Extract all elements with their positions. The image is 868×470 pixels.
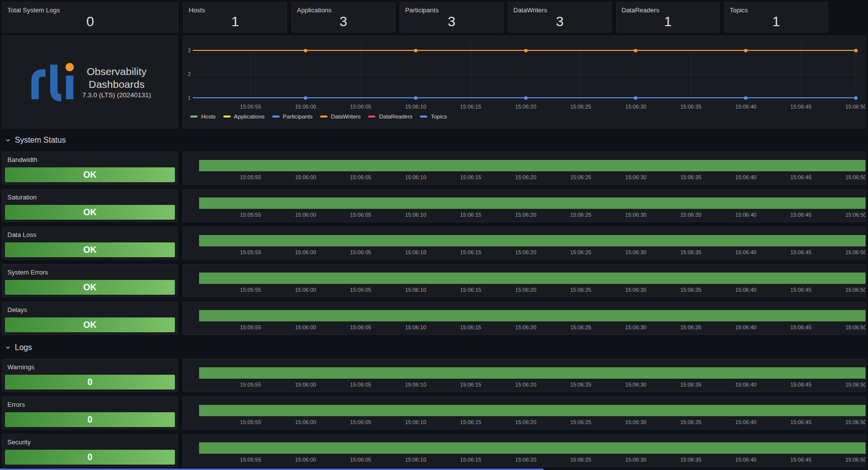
time-tick: 15:06:20 [515, 287, 537, 293]
time-tick: 15:06:05 [350, 324, 372, 330]
time-tick: 15:06:50 [845, 212, 866, 218]
time-tick: 15:06:40 [735, 382, 756, 388]
time-tick: 15:06:45 [790, 174, 812, 180]
time-tick: 15:06:20 [515, 249, 537, 255]
section-header-system-status[interactable]: System Status [5, 135, 866, 145]
status-panel-bandwidth: BandwidthOK [2, 152, 178, 185]
time-tick: 15:06:40 [735, 249, 756, 255]
timeline-panel-errors: 15:05:5515:06:0015:06:0515:06:1015:06:15… [183, 396, 866, 430]
legend-item-participants[interactable]: Participants [272, 114, 313, 119]
time-tick: 15:06:20 [515, 212, 537, 218]
chevron-down-icon [5, 137, 11, 143]
chart-legend: HostsApplicationsParticipantsDataWriters… [190, 114, 447, 119]
stats-row: Total System Logs0Hosts1Applications3Par… [2, 2, 866, 33]
time-tick: 15:06:15 [460, 174, 481, 180]
time-tick: 15:06:25 [570, 419, 591, 425]
branding-text: Observability Dashboards 7.3.0 (LTS) (20… [82, 65, 151, 98]
legend-item-hosts[interactable]: Hosts [190, 114, 215, 119]
time-tick: 15:06:35 [680, 249, 702, 255]
time-tick: 15:05:55 [240, 249, 261, 255]
time-tick: 15:06:10 [405, 457, 426, 463]
row-bandwidth: BandwidthOK15:05:5515:06:0015:06:0515:06… [2, 152, 866, 185]
x-axis-label: 15:06:00 [295, 104, 316, 110]
time-tick: 15:06:45 [790, 249, 812, 255]
time-tick: 15:06:50 [845, 174, 866, 180]
time-tick: 15:06:25 [570, 174, 591, 180]
stat-value: 3 [292, 14, 395, 32]
legend-item-datareaders[interactable]: DataReaders [368, 114, 413, 119]
series-point-datawriters [524, 49, 528, 52]
time-tick: 15:06:35 [680, 324, 702, 330]
legend-item-topics[interactable]: Topics [420, 114, 447, 119]
stat-value: 1 [617, 14, 719, 32]
row-delays: DelaysOK15:05:5515:06:0015:06:0515:06:10… [2, 302, 866, 335]
stat-title[interactable]: Hosts [184, 2, 287, 14]
status-title[interactable]: Data Loss [2, 227, 177, 239]
row-warnings: Warnings015:05:5515:06:0015:06:0515:06:1… [2, 359, 866, 392]
status-value-bar: OK [5, 280, 175, 295]
time-tick: 15:05:55 [240, 457, 261, 463]
time-tick: 15:06:05 [350, 419, 372, 425]
x-axis-label: 15:06:25 [570, 104, 591, 110]
stat-value: 3 [400, 14, 503, 32]
row-security: Security015:05:5515:06:0015:06:0515:06:1… [2, 434, 866, 467]
status-title[interactable]: Errors [2, 397, 177, 409]
time-tick: 15:06:50 [845, 382, 866, 388]
time-tick: 15:06:20 [515, 419, 537, 425]
status-title[interactable]: Security [2, 434, 177, 446]
time-tick: 15:06:45 [790, 382, 812, 388]
time-tick: 15:06:00 [295, 324, 316, 330]
stat-title[interactable]: DataReaders [617, 2, 719, 14]
time-tick: 15:06:15 [460, 457, 481, 463]
status-title[interactable]: Saturation [2, 190, 177, 201]
time-tick: 15:06:00 [295, 287, 316, 293]
section-header-logs[interactable]: Logs [5, 343, 866, 352]
time-tick: 15:06:30 [625, 419, 647, 425]
status-value-bar: OK [5, 242, 175, 257]
branding-title-line1: Observability [82, 65, 151, 78]
time-tick: 15:06:10 [405, 382, 426, 388]
legend-item-datawriters[interactable]: DataWriters [320, 114, 361, 119]
timeline-state-bar [199, 235, 866, 246]
time-tick: 15:06:30 [625, 457, 647, 463]
time-tick: 15:06:20 [515, 382, 537, 388]
time-tick: 15:06:30 [625, 174, 647, 180]
stat-panel-participants: Participants3 [400, 2, 503, 33]
series-point-datawriters [414, 49, 417, 52]
time-tick: 15:06:50 [845, 324, 866, 330]
x-gridline [801, 43, 801, 103]
status-value-bar: 0 [5, 375, 175, 390]
stat-title[interactable]: Topics [725, 2, 827, 14]
stat-title[interactable]: Applications [292, 2, 395, 14]
branding-version: 7.3.0 (LTS) (20240131) [82, 91, 151, 99]
stat-panel-datareaders: DataReaders1 [616, 2, 720, 33]
stat-title[interactable]: Total System Logs [2, 2, 178, 14]
legend-item-applications[interactable]: Applications [223, 114, 265, 119]
stat-panel-datawriters: DataWriters3 [508, 2, 612, 33]
status-panel-warnings: Warnings0 [2, 359, 178, 392]
time-tick: 15:06:20 [515, 324, 537, 330]
time-tick: 15:06:40 [735, 212, 756, 218]
status-title[interactable]: System Errors [2, 265, 177, 276]
time-tick: 15:06:30 [625, 324, 647, 330]
y-axis-label: 3 [183, 47, 191, 53]
status-title[interactable]: Bandwidth [2, 152, 177, 164]
legend-label: DataReaders [379, 114, 413, 119]
status-title[interactable]: Warnings [2, 359, 177, 371]
timeline-state-bar [199, 197, 866, 209]
status-title[interactable]: Delays [2, 302, 177, 314]
time-tick: 15:06:35 [680, 419, 702, 425]
x-gridline [691, 43, 691, 103]
status-value-bar: OK [5, 205, 175, 220]
timeline-panel-saturation: 15:05:5515:06:0015:06:0515:06:1015:06:15… [183, 189, 866, 222]
time-tick: 15:06:10 [405, 324, 426, 330]
stat-title[interactable]: Participants [400, 2, 503, 14]
time-tick: 15:06:10 [405, 212, 426, 218]
time-tick: 15:06:05 [350, 457, 372, 463]
time-tick: 15:06:15 [460, 212, 481, 218]
series-point-topics [524, 96, 528, 100]
stat-title[interactable]: DataWriters [508, 2, 611, 14]
legend-label: Participants [283, 114, 313, 119]
status-panel-errors: Errors0 [2, 396, 178, 430]
timeline-state-bar [199, 367, 866, 379]
